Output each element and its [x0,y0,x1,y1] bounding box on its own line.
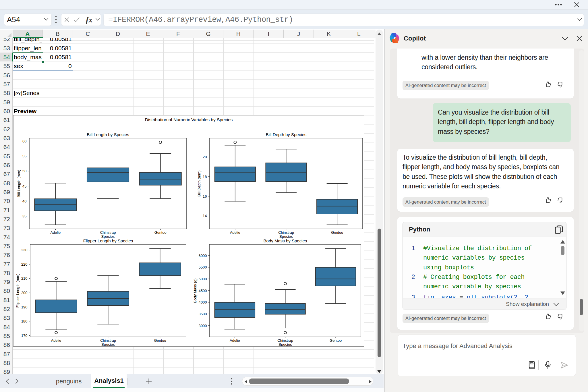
svg-text:230: 230 [21,248,27,252]
svg-text:Adelie: Adelie [51,230,61,235]
svg-text:Gentoo: Gentoo [154,230,167,235]
svg-text:Bill Length (mm): Bill Length (mm) [17,170,21,197]
svg-text:35: 35 [22,214,26,218]
svg-text:45: 45 [22,184,26,188]
svg-text:14: 14 [203,214,207,218]
svg-text:Bill Length by Species: Bill Length by Species [87,132,129,137]
svg-text:5500: 5500 [199,265,207,269]
svg-text:Flipper Length (mm): Flipper Length (mm) [16,274,20,308]
svg-text:210: 210 [21,276,27,281]
svg-text:Species: Species [101,234,115,239]
svg-text:Species: Species [279,234,293,239]
svg-text:3500: 3500 [199,312,207,316]
svg-text:6000: 6000 [199,254,207,258]
svg-text:Body Mass by Species: Body Mass by Species [264,238,307,243]
svg-text:3000: 3000 [199,324,207,328]
svg-text:Bill Depth (mm): Bill Depth (mm) [197,171,201,197]
svg-text:50: 50 [22,169,26,173]
svg-text:Adelie: Adelie [230,230,240,235]
svg-text:Body Mass (g): Body Mass (g) [193,278,197,303]
svg-text:200: 200 [21,291,27,295]
svg-text:170: 170 [21,333,27,338]
svg-text:Gentoo: Gentoo [330,338,342,343]
svg-text:Species: Species [278,342,292,346]
svg-text:220: 220 [21,262,27,267]
svg-text:Flipper Length by Species: Flipper Length by Species [83,238,133,243]
svg-text:180: 180 [21,319,27,323]
svg-text:60: 60 [22,139,26,143]
svg-text:4000: 4000 [199,300,207,304]
svg-text:Distribution of Numeric Variab: Distribution of Numeric Variables by Spe… [145,117,233,122]
svg-text:Gentoo: Gentoo [154,338,166,343]
svg-text:Bill Depth by Species: Bill Depth by Species [266,132,307,137]
svg-text:40: 40 [22,199,26,203]
svg-text:5000: 5000 [199,277,207,281]
svg-text:Species: Species [101,342,115,346]
svg-text:Adelie: Adelie [51,338,61,343]
svg-text:18: 18 [203,175,207,179]
svg-text:16: 16 [203,194,207,198]
svg-text:Gentoo: Gentoo [331,230,343,235]
svg-text:4500: 4500 [199,289,207,293]
svg-text:190: 190 [21,305,27,309]
svg-text:55: 55 [22,154,26,158]
svg-text:Adelie: Adelie [230,338,240,343]
svg-text:20: 20 [203,155,207,159]
